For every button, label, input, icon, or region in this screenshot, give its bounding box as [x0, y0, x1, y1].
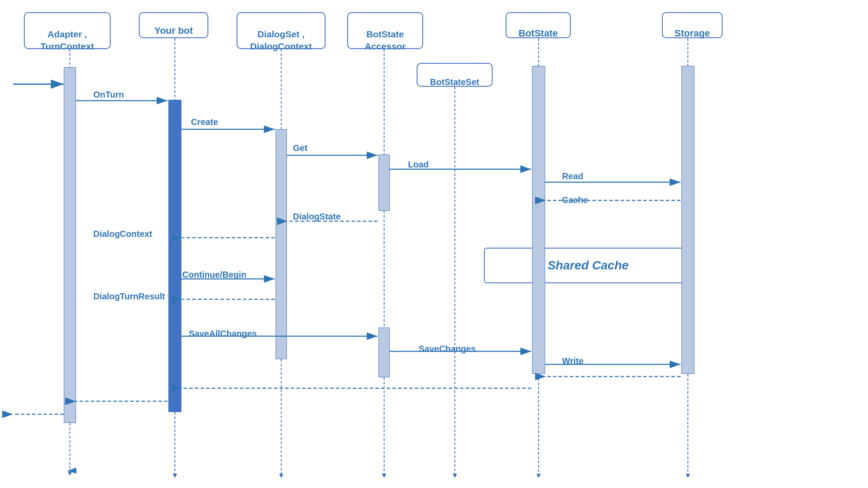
dialogset-label: DialogSet ,DialogContext	[237, 12, 326, 49]
dialogturnresult-label: DialogTurnResult	[93, 291, 165, 301]
svg-marker-18	[536, 474, 541, 478]
svg-marker-15	[382, 474, 386, 478]
botstateset-label: BotStateSet	[417, 63, 493, 87]
get-label: Get	[293, 143, 307, 153]
adapter-activation	[64, 67, 76, 423]
onturn-label: OnTurn	[93, 90, 124, 100]
botstate-activation-top	[532, 66, 545, 374]
botstate-label: BotState	[506, 12, 571, 38]
read-label: Read	[562, 171, 583, 181]
svg-marker-5	[68, 472, 72, 476]
shared-cache-box: Shared Cache	[484, 248, 692, 283]
continue-begin-label: Continue/Begin	[182, 270, 247, 280]
botstate-accessor-activation	[378, 154, 390, 211]
yourbot-label: Your bot	[139, 12, 208, 38]
dialogcontext-label: DialogContext	[93, 229, 152, 239]
storage-activation	[681, 66, 694, 374]
dialogset-activation	[276, 129, 287, 359]
svg-marker-21	[686, 474, 690, 478]
svg-marker-8	[173, 474, 177, 478]
botstate-accessor-label: BotStateAccessor	[347, 12, 423, 49]
svg-marker-23	[453, 474, 457, 478]
svg-marker-11	[279, 474, 283, 478]
yourbot-activation	[168, 100, 181, 412]
cache-label: Cache	[562, 195, 588, 205]
load-label: Load	[408, 160, 429, 170]
adapter-label: Adapter ,TurnContext	[24, 12, 111, 49]
dialogstate-label: DialogState	[293, 212, 341, 222]
create-label: Create	[191, 117, 218, 127]
saveallchanges-label: SaveAllChanges	[189, 329, 257, 339]
savechanges-label: SaveChanges	[419, 344, 476, 354]
write-label: Write	[562, 356, 584, 366]
storage-label: Storage	[662, 12, 723, 38]
shared-cache-label: Shared Cache	[548, 259, 629, 272]
botstate-accessor-activation-2	[378, 328, 390, 377]
